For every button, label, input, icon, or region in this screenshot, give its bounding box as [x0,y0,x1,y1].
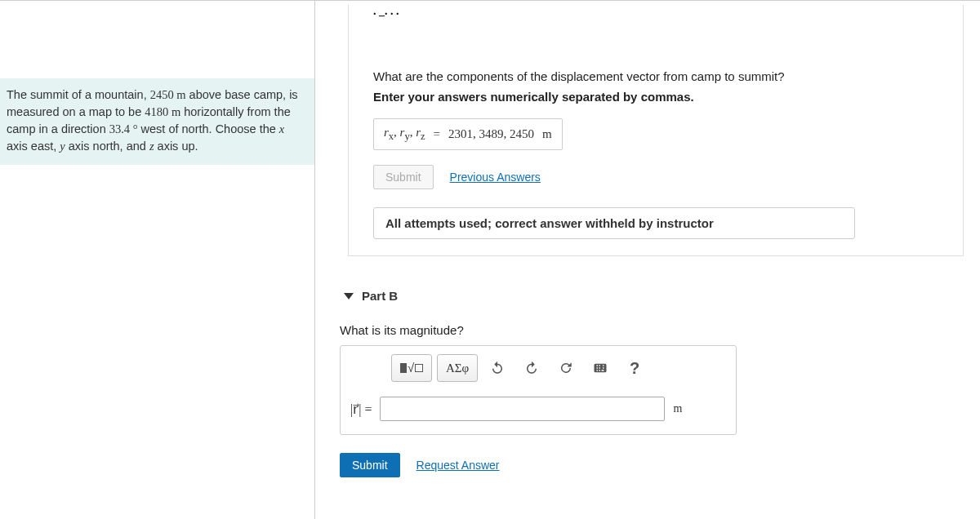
previous-answers-link[interactable]: Previous Answers [450,171,541,184]
magnitude-unit: m [673,402,682,415]
magnitude-label: |r⃗| = [350,401,372,417]
part-a-card: . _. . . What are the components of the … [348,5,964,256]
redo-button[interactable] [517,355,546,381]
main-content: . _. . . What are the components of the … [315,1,980,519]
part-b-header[interactable]: Part B [344,289,980,303]
part-b-submit-button[interactable]: Submit [340,453,400,477]
magnitude-input[interactable] [380,397,665,421]
request-answer-link[interactable]: Request Answer [416,459,500,472]
reset-button[interactable] [551,355,581,381]
greek-symbols-button[interactable]: ΑΣφ [437,354,478,382]
part-b-question: What is its magnitude? [340,323,956,337]
equation-toolbar: √ ΑΣφ [391,354,726,382]
part-a-answer-display: rx, ry, rz = 2301, 3489, 2450 m [373,118,563,150]
answer-input-panel: √ ΑΣφ [340,345,737,435]
help-button[interactable]: ? [620,355,649,381]
collapse-icon [344,293,354,299]
part-a-submit-button: Submit [373,165,434,189]
cutoff-text: . _. . . [349,5,963,24]
templates-button[interactable]: √ [391,354,432,382]
part-b-title: Part B [362,289,398,303]
part-a-question: What are the components of the displacem… [373,69,938,83]
part-a-instruction: Enter your answers numerically separated… [373,90,938,104]
problem-sidebar: The summit of a mountain, 2450 m above b… [0,1,314,519]
problem-statement: The summit of a mountain, 2450 m above b… [0,78,314,165]
undo-button[interactable] [483,355,512,381]
part-a-feedback: All attempts used; correct answer withhe… [373,207,855,239]
keyboard-button[interactable] [586,355,615,381]
